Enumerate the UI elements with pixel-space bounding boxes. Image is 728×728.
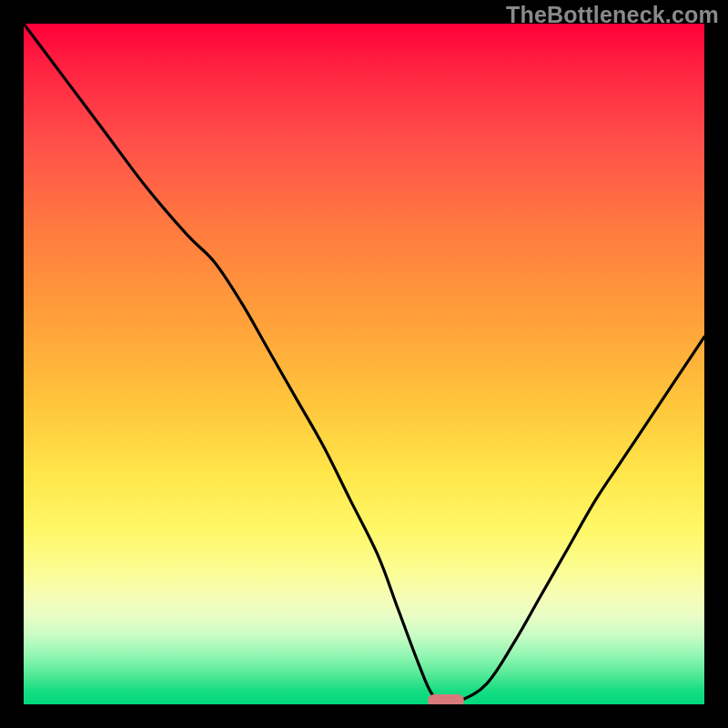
watermark-text: TheBottleneck.com: [506, 2, 719, 28]
bottleneck-curve: [24, 24, 704, 704]
minimum-marker: [428, 694, 464, 704]
chart-frame: TheBottleneck.com: [0, 0, 728, 728]
plot-area: [24, 24, 704, 704]
